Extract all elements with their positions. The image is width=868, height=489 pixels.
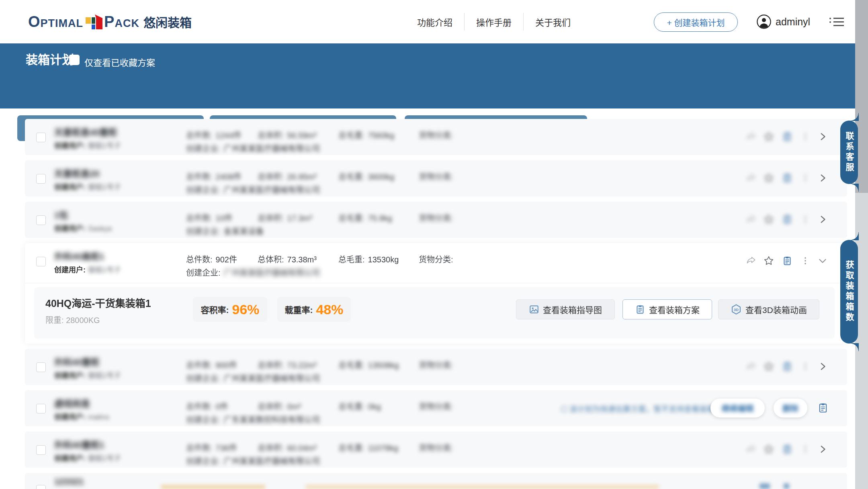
logo-text-optimal: Optimal: [28, 13, 83, 31]
plan-name: 虚线尚造: [54, 396, 90, 409]
favorites-only-checkbox[interactable]: [69, 55, 80, 65]
share-icon[interactable]: [746, 173, 756, 183]
plan-name: 123321: [54, 477, 84, 487]
blurred-content-hint: [760, 483, 770, 489]
plan-row[interactable]: 虚线尚造 创建用户:matins 总件数:0件 总体积:0m³ 总毛重:0kg …: [25, 390, 847, 426]
plan-creator: 创建用户:御姐1号子: [54, 140, 121, 150]
plan-name: 外科40重柜1: [54, 438, 104, 450]
share-icon[interactable]: [746, 131, 756, 142]
favorite-star-icon[interactable]: [764, 444, 774, 454]
row-checkbox[interactable]: [36, 445, 46, 455]
row-checkbox[interactable]: [36, 133, 46, 142]
plan-creator: 创建用户:matins: [54, 411, 109, 421]
row-checkbox[interactable]: [36, 174, 46, 184]
plan-creator: 创建用户:御姐1号子: [54, 452, 121, 463]
load-rate-stat: 载重率: 48%: [277, 297, 351, 322]
row-checkbox[interactable]: [36, 215, 46, 225]
view-plan-button[interactable]: 查看装箱方案: [622, 299, 712, 319]
more-options-icon[interactable]: [803, 173, 808, 183]
more-options-icon[interactable]: [803, 361, 808, 372]
total-pieces: 总件数:902件: [186, 253, 237, 265]
blurred-content-hint: [784, 483, 789, 489]
nav-links: 功能介绍 操作手册 关于我们: [405, 0, 582, 43]
row-checkbox[interactable]: [36, 257, 46, 266]
plan-creator: 创建用户:御姐1号子: [54, 264, 121, 274]
more-options-icon[interactable]: [803, 214, 808, 225]
plan-name: 外科40重柜: [54, 355, 99, 368]
plan-name: 天意柜息20: [54, 166, 99, 179]
copy-plan-icon[interactable]: [782, 173, 792, 183]
volume-rate-stat: 容积率: 96%: [193, 297, 267, 322]
copy-plan-icon[interactable]: [782, 256, 792, 266]
expand-chevron-right-icon[interactable]: [817, 173, 828, 183]
more-options-icon[interactable]: [803, 444, 808, 454]
image-icon: [529, 304, 539, 315]
total-volume: 总体积:73.38m³: [258, 253, 317, 265]
row-checkbox[interactable]: [36, 362, 46, 372]
share-icon[interactable]: [746, 256, 756, 266]
copy-plan-icon[interactable]: [817, 402, 829, 413]
logo-box-icon: [84, 12, 103, 31]
continue-edit-button[interactable]: 继续编辑: [710, 399, 765, 417]
favorite-star-icon[interactable]: [764, 214, 774, 225]
3d-cube-icon: 3D: [731, 304, 742, 315]
username: adminyl: [776, 16, 810, 28]
nav-item-features[interactable]: 功能介绍: [405, 13, 464, 31]
expand-chevron-right-icon[interactable]: [817, 214, 828, 225]
blurred-content-hint: [305, 485, 659, 489]
view-3d-animation-button[interactable]: 3D 查看3D装箱动画: [718, 299, 819, 319]
row-checkbox[interactable]: [36, 404, 46, 413]
share-icon[interactable]: [746, 444, 756, 454]
weight-limit: 限重: 28000KG: [45, 314, 100, 325]
plan-row[interactable]: 外科40重柜 创建用户:御姐1号子 总件数:900件 总体积:73.22m³ 总…: [25, 349, 847, 385]
list-menu-icon[interactable]: [829, 16, 844, 27]
plan-name: 天意柜息40重柜: [54, 125, 117, 138]
copy-plan-icon[interactable]: [782, 444, 792, 454]
favorite-star-icon[interactable]: [764, 361, 774, 372]
favorite-star-icon[interactable]: [764, 173, 774, 183]
navbar: Optimal Pack 悠闲装箱 功能介绍 操作手册 关于我们 + 创建装箱计…: [0, 0, 868, 43]
plan-row[interactable]: 外科40重柜1 创建用户:御姐1号子 总件数:736件 总体积:60.04m³ …: [25, 432, 847, 468]
plan-creator: 创建用户:Saskya: [54, 223, 112, 233]
user-menu[interactable]: adminyl: [756, 0, 810, 43]
load-rate-value: 48%: [316, 302, 343, 317]
plan-notice-link[interactable]: ☐ 该计划为快速估算方案，暂不支持查看装箱方案: [561, 403, 730, 414]
favorite-star-icon[interactable]: [764, 256, 774, 266]
share-icon[interactable]: [746, 214, 756, 225]
view-guide-image-button[interactable]: 查看装箱指导图: [516, 299, 615, 319]
filter-panel: 装箱计划 仅查看已收藏方案 装箱计划名称: 创建用户: 创建企业: 查询 删除 …: [0, 43, 868, 108]
contact-support-tab[interactable]: 联系客服: [840, 121, 858, 184]
plan-row[interactable]: 1包 创建用户:Saskya 总件数:10件 总体积:17.3m³ 总毛重:75…: [25, 202, 847, 238]
plan-row[interactable]: 123321: [25, 473, 847, 489]
total-weight: 总毛重:13530kg: [338, 253, 399, 265]
copy-plan-icon[interactable]: [782, 131, 792, 142]
expand-chevron-right-icon[interactable]: [817, 361, 828, 372]
share-icon[interactable]: [746, 361, 756, 372]
plan-row[interactable]: 天意柜息20 创建用户:御姐1号子 总件数:2408件 总体积:26.95m³ …: [25, 160, 847, 196]
get-box-count-tab[interactable]: 获取装箱箱数: [840, 240, 858, 344]
logo-text-pack: Pack: [104, 13, 139, 31]
volume-rate-value: 96%: [232, 302, 259, 317]
copy-plan-icon[interactable]: [782, 361, 792, 372]
create-plan-button[interactable]: + 创建装箱计划: [654, 12, 738, 32]
container-name: 40HQ海运-干货集装箱1: [45, 295, 151, 310]
nav-item-manual[interactable]: 操作手册: [464, 13, 523, 31]
expand-chevron-right-icon[interactable]: [817, 444, 828, 454]
nav-item-about[interactable]: 关于我们: [523, 13, 582, 31]
row-checkbox[interactable]: [36, 485, 46, 489]
plan-row-expanded[interactable]: 外科40高柜1 创建用户:御姐1号子 总件数:902件 总体积:73.38m³ …: [25, 243, 847, 344]
page-title: 装箱计划: [26, 50, 74, 68]
more-options-icon[interactable]: [803, 256, 808, 266]
expand-chevron-right-icon[interactable]: [817, 131, 828, 142]
more-options-icon[interactable]: [803, 131, 808, 142]
logo-text-cn: 悠闲装箱: [143, 13, 192, 31]
avatar-icon: [756, 14, 772, 29]
plan-name: 1包: [54, 208, 68, 221]
collapse-chevron-down-icon[interactable]: [817, 256, 828, 266]
copy-plan-icon[interactable]: [782, 214, 792, 225]
favorite-star-icon[interactable]: [764, 131, 774, 142]
plan-creator: 创建用户:御姐1号子: [54, 370, 121, 380]
plan-creator: 创建用户:御姐1号子: [54, 181, 121, 192]
delete-plan-button[interactable]: 删除: [774, 399, 807, 417]
plan-row[interactable]: 天意柜息40重柜 创建用户:御姐1号子 总件数:1244件 总体积:56.59m…: [25, 119, 847, 155]
